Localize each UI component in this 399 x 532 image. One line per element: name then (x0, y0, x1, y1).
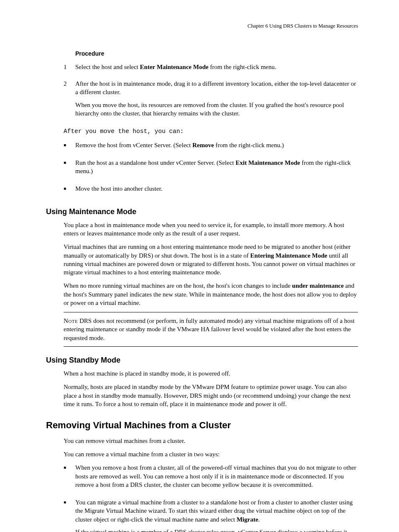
post-move-options: Remove the host from vCenter Server. (Se… (46, 141, 358, 197)
list-item: When you remove a host from a cluster, a… (46, 463, 358, 493)
paragraph: You can remove virtual machines from a c… (64, 437, 358, 445)
code-line: After you move the host, you can: (64, 128, 358, 136)
page: Chapter 6 Using DRS Clusters to Manage R… (0, 0, 399, 532)
paragraph: Run the host as a standalone host under … (75, 159, 358, 176)
topic-intro-remove-vms: You can remove virtual machines from a c… (64, 437, 358, 459)
paragraph: When no more running virtual machines ar… (64, 281, 358, 307)
section-body-standby: When a host machine is placed in standby… (64, 369, 358, 408)
paragraph: You can migrate a virtual machine from a… (75, 498, 358, 524)
paragraph: Virtual machines that are running on a h… (64, 243, 358, 276)
section-heading-maintenance: Using Maintenance Mode (46, 207, 358, 217)
paragraph: You place a host in maintenance mode whe… (64, 221, 358, 238)
list-item: Run the host as a standalone host under … (46, 159, 358, 180)
paragraph: Select the host and select Enter Mainten… (75, 63, 358, 71)
note-body: DRS does not recommend (or perform, in f… (64, 317, 355, 341)
remove-vm-bullets: When you remove a host from a cluster, a… (46, 463, 358, 532)
procedure-steps: 1Select the host and select Enter Mainte… (46, 63, 358, 122)
paragraph: Move the host into another cluster. (75, 184, 358, 193)
paragraph: Remove the host from vCenter Server. (Se… (75, 141, 358, 149)
note-box: Note DRS does not recommend (or perform,… (64, 312, 358, 347)
section-heading-standby: Using Standby Mode (46, 355, 358, 365)
section-body-maintenance: You place a host in maintenance mode whe… (64, 221, 358, 307)
paragraph: If the virtual machine is a member of a … (75, 528, 358, 532)
list-item: Remove the host from vCenter Server. (Se… (46, 141, 358, 153)
step-number: 2 (64, 79, 75, 122)
procedure-step: 1Select the host and select Enter Mainte… (46, 63, 358, 75)
note-label: Note (64, 317, 78, 324)
paragraph: When a host machine is placed in standby… (64, 369, 358, 378)
running-head: Chapter 6 Using DRS Clusters to Manage R… (46, 23, 358, 30)
procedure-step: 2After the host is in maintenance mode, … (46, 79, 358, 122)
paragraph: Normally, hosts are placed in standby mo… (64, 383, 358, 408)
procedure-heading: Procedure (75, 50, 358, 58)
step-number: 1 (64, 63, 75, 75)
paragraph: When you remove a host from a cluster, a… (75, 463, 358, 489)
paragraph: When you move the host, its resources ar… (75, 101, 358, 118)
paragraph: You can remove a virtual machine from a … (64, 450, 358, 458)
list-item: Move the host into another cluster. (46, 184, 358, 197)
topic-heading-remove-vms: Removing Virtual Machines from a Cluster (46, 419, 358, 432)
list-item: You can migrate a virtual machine from a… (46, 498, 358, 532)
paragraph: After the host is in maintenance mode, d… (75, 79, 358, 97)
